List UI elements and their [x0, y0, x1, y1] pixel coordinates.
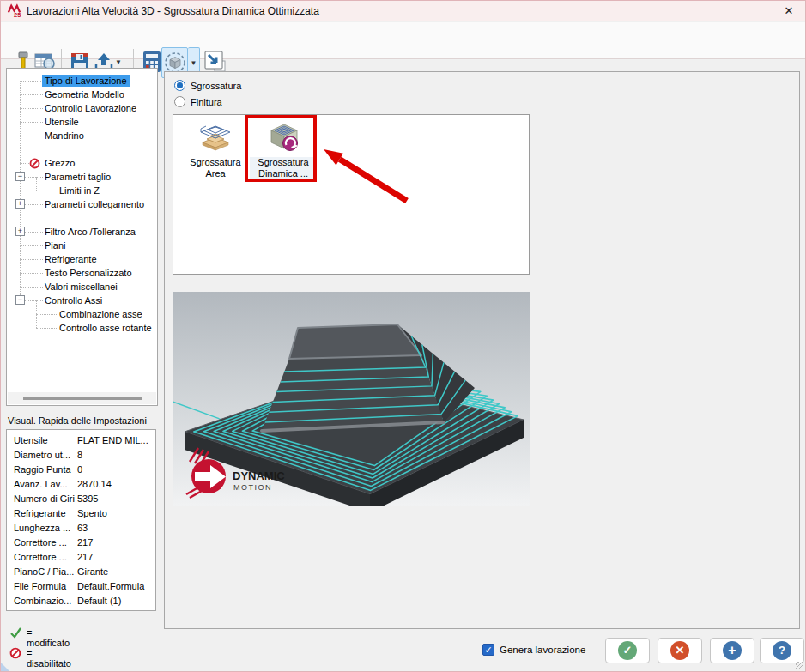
dialog-window: 25 Lavorazioni Alta Velocità 3D - Sgross…: [0, 0, 806, 672]
toolpath-preview-image: DYNAMIC MOTION: [173, 292, 530, 506]
tree-item-piani[interactable]: Piani: [7, 239, 157, 252]
tree-item-parametri-collegamento[interactable]: + Parametri collegamento: [7, 197, 157, 211]
tree-item-controllo-asse-rotante[interactable]: Controllo asse rotante: [7, 321, 157, 335]
dynamic-roughing-icon: [265, 118, 301, 154]
toolbar: ▼: [1, 22, 805, 59]
setting-row: PianoC / Pia...Girante: [7, 565, 155, 579]
radio-finitura[interactable]: Finitura: [174, 95, 222, 108]
disabled-icon: [29, 158, 40, 169]
expand-icon[interactable]: +: [15, 199, 25, 209]
setting-row: Avanz. Lav...2870.14: [7, 477, 155, 492]
close-icon[interactable]: ✕: [781, 4, 797, 18]
area-roughing-icon: [197, 118, 233, 154]
svg-text:MOTION: MOTION: [233, 483, 272, 492]
setting-row: Diametro ut...8: [7, 448, 155, 463]
svg-text:25: 25: [14, 11, 21, 18]
tree-item-tipo-di-lavorazione[interactable]: Tipo di Lavorazione: [7, 74, 157, 88]
plus-icon: +: [723, 641, 742, 660]
legend-disabled: = disabilitato: [9, 647, 21, 661]
ok-button[interactable]: ✓: [605, 638, 650, 663]
tree-horizontal-scrollbar[interactable]: [8, 392, 156, 404]
tree-item-controllo-assi[interactable]: − Controllo Assi: [7, 294, 157, 307]
tree-item-utensile[interactable]: Utensile: [7, 115, 157, 129]
ok-check-icon: ✓: [618, 641, 637, 660]
tree-item-refrigerante[interactable]: Refrigerante: [7, 252, 157, 266]
collapse-icon[interactable]: −: [15, 295, 25, 305]
tree-item-blank: [7, 142, 157, 156]
tree-item-blank: [7, 211, 157, 225]
setting-row: UtensileFLAT END MIL...: [7, 433, 155, 448]
radio-selected-icon[interactable]: [174, 80, 185, 91]
setting-row: Correttore ...217: [7, 550, 155, 565]
setting-row: RefrigeranteSpento: [7, 506, 155, 521]
question-icon: ?: [773, 641, 791, 660]
tree-item-grezzo[interactable]: Grezzo: [7, 156, 157, 170]
expand-icon[interactable]: +: [15, 227, 25, 236]
setting-row: Lunghezza ...63: [7, 521, 155, 536]
tree-item-mandrino[interactable]: Mandrino: [7, 129, 157, 142]
tree-item-controllo-lavorazione[interactable]: Controllo Lavorazione: [7, 101, 157, 115]
check-icon: [9, 627, 22, 639]
window-corner-decoration: [1, 663, 9, 671]
scrollbar-thumb[interactable]: [23, 397, 142, 400]
legend-modified: = modificato: [9, 627, 22, 640]
strategy-sgrossatura-dinamica[interactable]: Sgrossatura Dinamica ...: [250, 118, 317, 179]
cancel-button[interactable]: ✕: [658, 638, 702, 663]
genera-lavorazione-checkbox[interactable]: ✓: [482, 644, 494, 656]
add-operation-button[interactable]: +: [710, 638, 754, 663]
tree-item-parametri-taglio[interactable]: − Parametri taglio: [7, 170, 157, 184]
setting-row: File FormulaDefault.Formula: [7, 579, 155, 594]
window-title: Lavorazioni Alta Velocità 3D - Sgrossatu…: [27, 5, 319, 17]
resize-grip[interactable]: [796, 662, 803, 669]
disabled-icon: [9, 647, 21, 659]
cancel-x-icon: ✕: [670, 641, 689, 660]
tree-item-combinazione-asse[interactable]: Combinazione asse: [7, 307, 157, 321]
tree-item-valori-miscellanei[interactable]: Valori miscellanei: [7, 280, 157, 294]
radio-sgrossatura[interactable]: Sgrossatura: [174, 79, 241, 92]
setting-row: Numero di Giri5395: [7, 492, 155, 506]
quick-settings-title: Visual. Rapida delle Impostazioni: [8, 415, 147, 426]
genera-lavorazione-label: Genera lavorazione: [500, 645, 585, 655]
operation-type-page: Sgrossatura Finitura: [164, 71, 800, 629]
radio-unselected-icon[interactable]: [174, 96, 185, 107]
tree-item-limiti-in-z[interactable]: Limiti in Z: [7, 184, 157, 197]
tree-item-geometria-modello[interactable]: Geometria Modello: [7, 88, 157, 101]
collapse-icon[interactable]: −: [15, 172, 25, 181]
mastercam-app-icon: 25: [7, 3, 21, 18]
title-bar: 25 Lavorazioni Alta Velocità 3D - Sgross…: [1, 1, 805, 21]
annotation-arrow: [311, 136, 418, 209]
setting-row: Correttore ...217: [7, 536, 155, 550]
strategy-icon-list: Sgrossatura Area: [173, 114, 530, 275]
quick-settings-panel: UtensileFLAT END MIL... Diametro ut...8 …: [6, 429, 156, 611]
setting-row: Raggio Punta0: [7, 463, 155, 477]
svg-text:DYNAMIC: DYNAMIC: [233, 469, 285, 482]
tree-item-testo-personalizzato[interactable]: Testo Personalizzato: [7, 266, 157, 280]
tree-item-filtro-arco-tolleranza[interactable]: + Filtro Arco /Tolleranza: [7, 225, 157, 239]
operation-tree: Tipo di Lavorazione Geometria Modello Co…: [6, 68, 158, 406]
setting-row: Combinazio...Default (1): [7, 594, 155, 608]
strategy-sgrossatura-area[interactable]: Sgrossatura Area: [182, 118, 249, 179]
send-to-screen-icon[interactable]: [203, 50, 227, 74]
help-button[interactable]: ?: [760, 638, 804, 663]
